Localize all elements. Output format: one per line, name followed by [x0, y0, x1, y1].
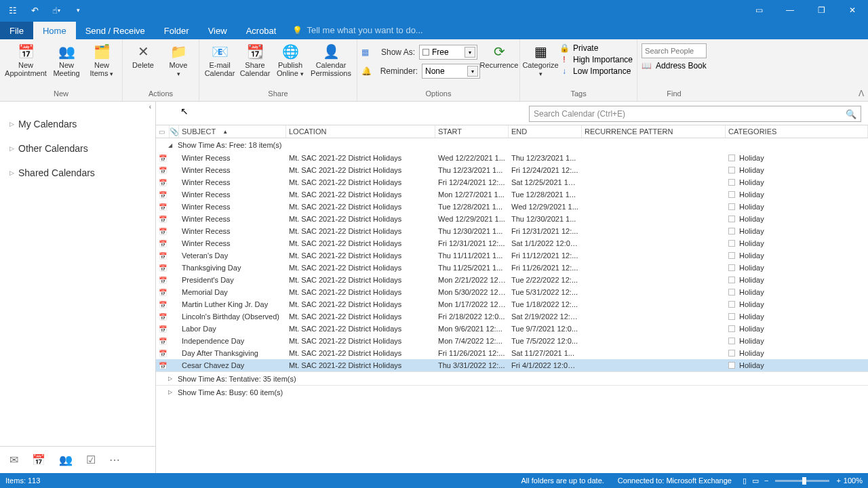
search-icon[interactable]: 🔍 [846, 109, 856, 119]
event-location: Mt. SAC 2021-22 District Holidays [286, 178, 435, 186]
qat-customize-icon[interactable]: ▾ [72, 4, 84, 16]
appointment-icon: 📅 [159, 362, 167, 369]
event-start: Fri 11/26/2021 12:... [435, 349, 509, 357]
event-row[interactable]: 📅Veteran's DayMt. SAC 2021-22 District H… [156, 249, 868, 262]
view-reading-icon[interactable]: ▭ [752, 476, 759, 485]
event-row[interactable]: 📅Thanksgiving DayMt. SAC 2021-22 Distric… [156, 262, 868, 274]
nav-other-calendars[interactable]: ▷Other Calendars [0, 136, 155, 161]
categorize-button[interactable]: ▦ Categorize▾ [524, 41, 557, 77]
category-box [728, 313, 735, 320]
event-row[interactable]: 📅Day After ThanksgivingMt. SAC 2021-22 D… [156, 347, 868, 359]
search-people-input[interactable] [642, 43, 707, 58]
appointment-icon: 📅 [159, 179, 167, 186]
calendar-icon[interactable]: 📅 [32, 453, 45, 466]
col-subject[interactable]: SUBJECT▲ [179, 125, 286, 138]
touch-mode-icon[interactable]: ☝︎▾ [50, 4, 62, 16]
tab-acrobat[interactable]: Acrobat [237, 22, 286, 39]
col-categories[interactable]: CATEGORIES [726, 125, 868, 138]
collapse-nav-icon[interactable]: ‹ [145, 102, 155, 112]
event-row[interactable]: 📅Martin Luther King Jr. DayMt. SAC 2021-… [156, 298, 868, 310]
group-free[interactable]: ◢ Show Time As: Free: 18 item(s) [156, 138, 868, 152]
email-calendar-button[interactable]: 📧 E-mail Calendar [203, 41, 236, 77]
event-category: Holiday [739, 264, 764, 272]
private-button[interactable]: 🔒Private [559, 43, 633, 53]
col-recurrence[interactable]: RECURRENCE PATTERN [582, 125, 726, 138]
event-row[interactable]: 📅Winter RecessMt. SAC 2021-22 District H… [156, 225, 868, 237]
tab-send-receive[interactable]: Send / Receive [76, 22, 155, 39]
group-share: 📧 E-mail Calendar 📆 Share Calendar 🌐 Pub… [199, 39, 357, 101]
calendar-permissions-button[interactable]: 👤 Calendar Permissions [309, 41, 353, 77]
more-icon[interactable]: ⋯ [109, 453, 120, 466]
event-row[interactable]: 📅Winter RecessMt. SAC 2021-22 District H… [156, 201, 868, 213]
tab-view[interactable]: View [199, 22, 237, 39]
event-start: Fri 2/18/2022 12:0... [435, 312, 509, 321]
event-row[interactable]: 📅Cesar Chavez DayMt. SAC 2021-22 Distric… [156, 359, 868, 371]
appointment-icon: 📅 [159, 264, 167, 272]
zoom-in-icon[interactable]: + [836, 476, 840, 485]
search-calendar-input[interactable]: Search Calendar (Ctrl+E) 🔍 [529, 106, 861, 122]
nav-shared-calendars[interactable]: ▷Shared Calendars [0, 161, 155, 185]
mail-icon[interactable]: ✉ [9, 453, 18, 466]
group-busy[interactable]: ▷ Show Time As: Busy: 60 item(s) [156, 385, 868, 399]
close-button[interactable]: ✕ [837, 0, 868, 20]
event-row[interactable]: 📅Independence DayMt. SAC 2021-22 Distric… [156, 335, 868, 347]
move-button[interactable]: 📁 Move▾ [162, 41, 195, 77]
event-row[interactable]: 📅President's DayMt. SAC 2021-22 District… [156, 274, 868, 286]
share-calendar-button[interactable]: 📆 Share Calendar [239, 41, 271, 77]
col-start[interactable]: START [435, 125, 509, 138]
new-appointment-button[interactable]: 📅 New Appointment [4, 41, 47, 77]
recurrence-button[interactable]: ⟳ Recurrence [483, 41, 515, 69]
new-items-button[interactable]: 🗂️ New Items ▾ [85, 41, 118, 77]
minimize-button[interactable]: — [774, 0, 806, 20]
nav-my-calendars[interactable]: ▷My Calendars [0, 112, 155, 136]
status-connection: Connected to: Microsoft Exchange [618, 476, 732, 485]
view-normal-icon[interactable]: ▯ [743, 476, 747, 485]
group-tentative[interactable]: ▷ Show Time As: Tentative: 35 item(s) [156, 371, 868, 385]
event-row[interactable]: 📅Winter RecessMt. SAC 2021-22 District H… [156, 176, 868, 188]
event-row[interactable]: 📅Labor DayMt. SAC 2021-22 District Holid… [156, 323, 868, 335]
event-row[interactable]: 📅Winter RecessMt. SAC 2021-22 District H… [156, 152, 868, 164]
maximize-button[interactable]: ❐ [806, 0, 837, 20]
category-box [728, 350, 735, 357]
col-icon[interactable]: ▭ [156, 125, 170, 138]
event-row[interactable]: 📅Winter RecessMt. SAC 2021-22 District H… [156, 237, 868, 249]
col-end[interactable]: END [509, 125, 582, 138]
address-book-button[interactable]: 📖 Address Book [642, 61, 707, 70]
undo-icon[interactable]: ↶ [28, 4, 41, 16]
event-location: Mt. SAC 2021-22 District Holidays [286, 166, 435, 174]
event-row[interactable]: 📅Memorial DayMt. SAC 2021-22 District Ho… [156, 286, 868, 298]
event-subject: Winter Recess [179, 239, 286, 247]
status-item-count: Items: 113 [5, 476, 40, 485]
zoom-slider[interactable] [775, 480, 829, 482]
new-meeting-button[interactable]: 👥 New Meeting [50, 41, 83, 77]
app-menu-icon[interactable]: ☷ [7, 4, 19, 16]
reminder-combo[interactable]: None ▾ [422, 64, 480, 79]
event-row[interactable]: 📅Winter RecessMt. SAC 2021-22 District H… [156, 164, 868, 176]
zoom-out-icon[interactable]: − [764, 476, 768, 485]
category-box [728, 240, 735, 247]
event-row[interactable]: 📅Winter RecessMt. SAC 2021-22 District H… [156, 213, 868, 225]
event-row[interactable]: 📅Lincoln's Birthday (Observed)Mt. SAC 20… [156, 310, 868, 323]
appointment-icon: 📅 [159, 155, 167, 162]
showas-combo[interactable]: Free ▾ [419, 45, 477, 60]
tab-folder[interactable]: Folder [155, 22, 199, 39]
delete-button[interactable]: ✕ Delete [127, 41, 159, 69]
appointment-icon: 📅 [159, 325, 167, 333]
tab-file[interactable]: File [0, 22, 33, 39]
appointment-icon: 📅 [159, 289, 167, 296]
group-tags: ▦ Categorize▾ 🔒Private !High Importance … [520, 39, 637, 101]
high-importance-button[interactable]: !High Importance [559, 55, 633, 64]
ribbon-display-icon[interactable]: ▭ [743, 0, 774, 20]
tasks-icon[interactable]: ☑ [86, 453, 96, 466]
col-attachment[interactable]: 📎 [170, 125, 179, 138]
people-icon[interactable]: 👥 [59, 453, 73, 466]
low-importance-button[interactable]: ↓Low Importance [559, 66, 633, 76]
collapse-ribbon-icon[interactable]: ᐱ [859, 89, 864, 98]
tell-me-search[interactable]: 💡 Tell me what you want to do... [285, 21, 429, 39]
col-location[interactable]: LOCATION [286, 125, 435, 138]
tab-home[interactable]: Home [33, 22, 76, 39]
event-row[interactable]: 📅Winter RecessMt. SAC 2021-22 District H… [156, 188, 868, 201]
event-subject: Labor Day [179, 325, 286, 333]
publish-online-button[interactable]: 🌐 Publish Online ▾ [274, 41, 307, 77]
event-category: Holiday [739, 239, 764, 247]
